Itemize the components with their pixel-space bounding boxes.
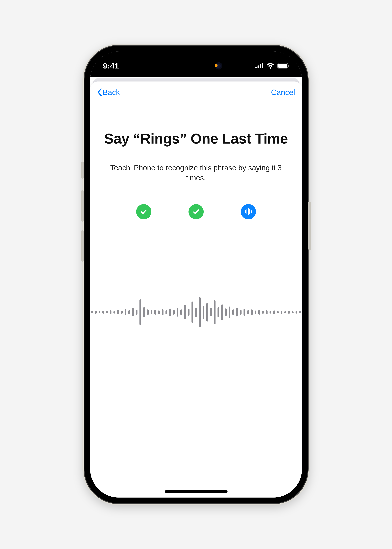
waveform-bar bbox=[106, 311, 108, 313]
waveform-bar bbox=[262, 311, 264, 314]
progress-step-1 bbox=[136, 204, 151, 219]
waveform-bar bbox=[184, 305, 186, 319]
waveform-bar bbox=[251, 309, 253, 315]
home-indicator[interactable] bbox=[165, 490, 228, 493]
waveform-bar bbox=[225, 308, 227, 316]
waveform-bar bbox=[191, 302, 193, 323]
waveform-bar bbox=[229, 307, 230, 318]
waveform-bar bbox=[266, 310, 267, 314]
waveform-bar bbox=[195, 308, 197, 317]
waveform-bar bbox=[121, 311, 123, 314]
waveform-bar bbox=[125, 309, 126, 315]
waveform-icon bbox=[244, 208, 252, 216]
microphone-indicator-dot bbox=[215, 64, 217, 67]
waveform-bar bbox=[173, 310, 175, 315]
waveform-bar bbox=[128, 310, 130, 314]
waveform-bar bbox=[236, 308, 238, 317]
waveform-bar bbox=[132, 308, 134, 317]
cancel-button[interactable]: Cancel bbox=[271, 88, 295, 97]
waveform-bar bbox=[158, 310, 160, 314]
content: Say “Rings” One Last Time Teach iPhone t… bbox=[90, 103, 302, 498]
waveform-bar bbox=[99, 311, 100, 313]
side-button[interactable] bbox=[308, 202, 311, 250]
progress-step-3 bbox=[241, 204, 256, 219]
iphone-frame: 9:41 Back Cancel Say “Rings” One Last Ti… bbox=[84, 46, 308, 503]
nav-bar: Back Cancel bbox=[90, 82, 302, 103]
svg-rect-3 bbox=[262, 63, 263, 68]
waveform-bar bbox=[217, 307, 219, 317]
waveform-bar bbox=[154, 310, 156, 315]
waveform-bar bbox=[110, 310, 112, 314]
waveform-bar bbox=[210, 308, 212, 317]
waveform-bar bbox=[258, 310, 260, 315]
waveform-bar bbox=[232, 309, 234, 315]
waveform-bar bbox=[147, 309, 149, 315]
waveform-bar bbox=[143, 307, 145, 317]
waveform-bar bbox=[281, 311, 282, 314]
wifi-icon bbox=[266, 63, 274, 69]
waveform-bar bbox=[206, 303, 208, 322]
svg-rect-2 bbox=[260, 64, 261, 68]
sheet: Back Cancel Say “Rings” One Last Time Te… bbox=[90, 82, 302, 498]
volume-up-button[interactable] bbox=[81, 190, 84, 222]
waveform-bar bbox=[273, 310, 275, 314]
cellular-icon bbox=[255, 63, 263, 68]
waveform-bar bbox=[277, 311, 279, 313]
progress-indicator bbox=[136, 204, 256, 219]
back-label: Back bbox=[103, 88, 120, 97]
waveform-bar bbox=[240, 310, 242, 315]
waveform-bar bbox=[169, 309, 171, 316]
waveform-bar bbox=[199, 297, 201, 327]
waveform-bar bbox=[292, 311, 294, 313]
check-icon bbox=[192, 208, 200, 216]
waveform-bar bbox=[188, 309, 189, 316]
svg-rect-6 bbox=[288, 65, 289, 67]
page-title: Say “Rings” One Last Time bbox=[104, 130, 288, 147]
back-button[interactable]: Back bbox=[97, 88, 120, 97]
waveform-bar bbox=[91, 311, 93, 313]
waveform-bar bbox=[113, 311, 115, 314]
waveform-bar bbox=[214, 300, 216, 324]
svg-rect-0 bbox=[255, 67, 257, 68]
waveform-bar bbox=[221, 304, 223, 320]
waveform-bar bbox=[288, 311, 290, 314]
waveform-bar bbox=[203, 306, 204, 319]
mute-switch[interactable] bbox=[81, 162, 84, 179]
audio-waveform bbox=[90, 294, 302, 331]
page-subtitle: Teach iPhone to recognize this phrase by… bbox=[110, 163, 282, 183]
chevron-left-icon bbox=[97, 88, 102, 96]
waveform-bar bbox=[270, 311, 271, 314]
waveform-bar bbox=[295, 311, 297, 314]
waveform-bar bbox=[244, 309, 245, 316]
waveform-bar bbox=[140, 299, 141, 325]
waveform-bar bbox=[117, 310, 119, 314]
waveform-bar bbox=[95, 311, 97, 314]
waveform-bar bbox=[136, 310, 138, 315]
waveform-bar bbox=[177, 308, 178, 317]
progress-step-2 bbox=[189, 204, 204, 219]
waveform-bar bbox=[284, 311, 286, 313]
status-time: 9:41 bbox=[103, 61, 119, 70]
screen: 9:41 Back Cancel Say “Rings” One Last Ti… bbox=[90, 51, 302, 498]
waveform-bar bbox=[162, 309, 163, 315]
waveform-bar bbox=[166, 310, 167, 314]
waveform-bar bbox=[299, 311, 301, 313]
svg-rect-5 bbox=[278, 64, 287, 68]
waveform-bar bbox=[180, 309, 182, 315]
battery-icon bbox=[277, 63, 289, 69]
waveform-bar bbox=[102, 311, 104, 314]
waveform-bar bbox=[255, 310, 256, 314]
svg-rect-1 bbox=[258, 65, 259, 68]
check-icon bbox=[140, 208, 148, 216]
waveform-bar bbox=[151, 310, 152, 314]
waveform-bar bbox=[247, 310, 249, 314]
volume-down-button[interactable] bbox=[81, 230, 84, 262]
